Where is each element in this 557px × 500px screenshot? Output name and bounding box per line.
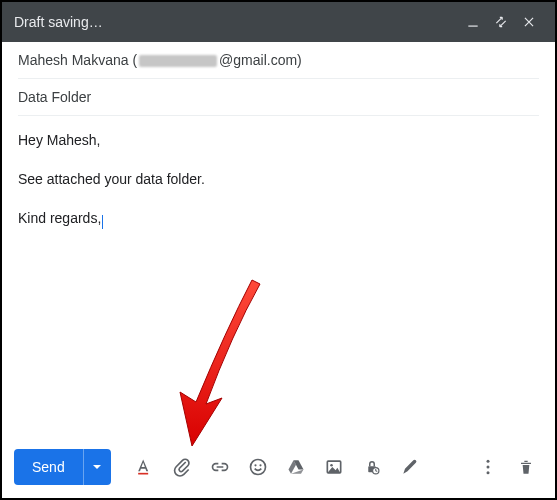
recipient-domain: @gmail.com (219, 52, 297, 68)
text-cursor (102, 215, 103, 229)
smiley-icon[interactable] (241, 450, 275, 484)
send-button[interactable]: Send (14, 449, 83, 485)
message-body[interactable]: Hey Mahesh, See attached your data folde… (18, 116, 539, 229)
pen-icon[interactable] (393, 450, 427, 484)
close-icon[interactable] (515, 8, 543, 36)
annotation-arrow (162, 274, 282, 458)
subject-field[interactable]: Data Folder (18, 79, 539, 116)
body-signoff: Kind regards, (18, 208, 539, 229)
trash-icon[interactable] (509, 450, 543, 484)
compose-titlebar: Draft saving… (2, 2, 555, 42)
recipient-name: Mahesh Makvana (18, 52, 129, 68)
svg-point-2 (250, 460, 265, 475)
body-greeting: Hey Mahesh, (18, 130, 539, 151)
body-line: See attached your data folder. (18, 169, 539, 190)
redacted-email-local (139, 55, 217, 67)
svg-point-10 (487, 466, 490, 469)
confidential-icon[interactable] (355, 450, 389, 484)
svg-rect-0 (468, 26, 477, 27)
svg-rect-1 (138, 473, 148, 475)
compose-toolbar: Send (2, 436, 555, 498)
svg-point-4 (259, 464, 261, 466)
link-icon[interactable] (203, 450, 237, 484)
popout-icon[interactable] (487, 8, 515, 36)
photo-icon[interactable] (317, 450, 351, 484)
send-button-group: Send (14, 449, 111, 485)
minimize-icon[interactable] (459, 8, 487, 36)
compose-body-area: Mahesh Makvana (@gmail.com) Data Folder … (2, 42, 555, 229)
svg-point-11 (487, 471, 490, 474)
subject-text: Data Folder (18, 89, 91, 105)
paperclip-icon[interactable] (165, 450, 199, 484)
more-menu-icon[interactable] (471, 450, 505, 484)
window-title: Draft saving… (14, 14, 459, 30)
send-options-button[interactable] (83, 449, 111, 485)
svg-point-9 (487, 460, 490, 463)
svg-point-3 (254, 464, 256, 466)
to-field[interactable]: Mahesh Makvana (@gmail.com) (18, 42, 539, 79)
svg-point-6 (330, 464, 333, 467)
drive-icon[interactable] (279, 450, 313, 484)
format-text-icon[interactable] (127, 450, 161, 484)
